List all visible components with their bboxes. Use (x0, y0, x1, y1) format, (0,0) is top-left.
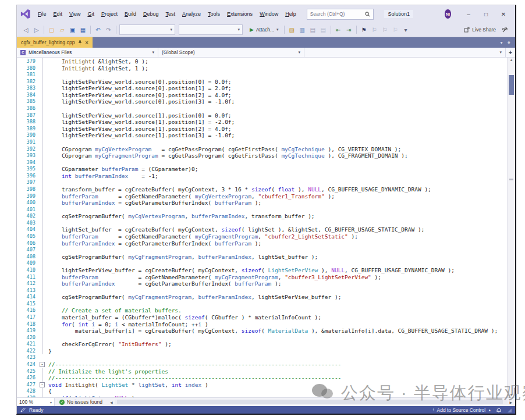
menu-item-help[interactable]: Help (282, 9, 300, 19)
code-line[interactable]: 429 if( lightSet == NULL ) (17, 395, 508, 397)
nav-forward-icon[interactable]: ▷ (32, 26, 41, 34)
code-line[interactable]: 391 (17, 139, 508, 146)
horizontal-scrollbar-track[interactable] (115, 400, 508, 404)
code-line[interactable]: 407 (17, 247, 508, 254)
code-line[interactable]: 420 (17, 334, 508, 341)
line-number[interactable]: 405 (17, 233, 38, 240)
fold-collapse-box[interactable]: - (38, 361, 48, 368)
menu-item-window[interactable]: Window (256, 9, 282, 19)
code-line[interactable]: 408 cgSetProgramBuffer( myCgFragmentProg… (17, 254, 508, 261)
tab-close-icon[interactable]: ✕ (85, 40, 89, 45)
code-line[interactable]: 390 lightSetPerView_world.source[1].posi… (17, 132, 508, 139)
line-number[interactable]: 426 (17, 375, 38, 382)
line-number[interactable]: 416 (17, 307, 38, 314)
menu-item-file[interactable]: File (34, 9, 50, 19)
code-text[interactable]: void InitLight( LightSet * lightSet, int… (48, 382, 208, 389)
close-icon[interactable]: ✕ (495, 8, 512, 20)
line-number[interactable]: 392 (17, 146, 38, 153)
solution-name[interactable]: Solution1 (384, 10, 413, 18)
code-line[interactable]: 409 (17, 260, 508, 267)
code-line[interactable]: 395 CGparameter bufferParam = (CGparamet… (17, 166, 508, 173)
line-number[interactable]: 380 (17, 65, 38, 72)
menu-item-test[interactable]: Test (162, 9, 179, 19)
code-text[interactable]: lightSet_buffer = cgCreateBuffer( myCgCo… (48, 226, 424, 233)
code-text[interactable] (48, 260, 62, 267)
code-text[interactable] (48, 220, 62, 227)
indent-increase-icon[interactable]: ⇥ (345, 26, 353, 34)
code-text[interactable] (48, 287, 62, 294)
line-number[interactable]: 408 (17, 254, 38, 261)
line-number[interactable]: 397 (17, 179, 38, 186)
code-text[interactable]: cgSetProgramBuffer( myCgVertexProgram, b… (48, 213, 315, 220)
line-number[interactable]: 391 (17, 139, 38, 146)
line-number[interactable]: 379 (17, 58, 38, 65)
code-text[interactable]: bufferParam = cgGetNamedParameter( myCgV… (48, 193, 335, 200)
code-text[interactable] (48, 72, 62, 79)
line-number[interactable]: 398 (17, 186, 38, 193)
code-line[interactable]: 423 (17, 354, 508, 361)
code-line[interactable]: 393 CGprogram myCgFragmentProgram = cgGe… (17, 152, 508, 159)
bookmark-icon[interactable]: ⚑ (360, 26, 368, 34)
code-text[interactable]: transform_buffer = cgCreateBuffer( myCgC… (48, 186, 431, 193)
line-number[interactable]: 420 (17, 334, 38, 341)
active-files-dropdown-icon[interactable]: ▾ (501, 40, 503, 45)
code-line[interactable]: 412 bufferParamIndex = cgGetParameterBuf… (17, 280, 508, 287)
line-number[interactable]: 411 (17, 274, 38, 281)
code-text[interactable]: lightSetPerView_world.source[0].position… (48, 98, 235, 105)
search-box[interactable]: Search (Ctrl+Q) (307, 9, 374, 20)
horizontal-scrollbar[interactable]: ◀ ▶ (107, 398, 515, 406)
code-line[interactable]: 417 material_buffer = (CGbuffer*)malloc(… (17, 314, 508, 321)
code-text[interactable] (48, 139, 62, 146)
code-text[interactable]: bufferParamIndex = cgGetParameterBufferI… (48, 200, 261, 207)
line-number[interactable]: 399 (17, 193, 38, 200)
zoom-dropdown[interactable]: 100 % ▾ (17, 398, 55, 406)
save-all-icon[interactable]: ▦ (79, 26, 87, 34)
code-text[interactable]: } (48, 348, 52, 355)
next-bookmark-icon[interactable]: ⚐ (381, 26, 389, 34)
tab-cgfx-buffer-lighting[interactable]: cgfx_buffer_lighting.cpp ✕ (17, 37, 93, 48)
code-text[interactable] (48, 105, 62, 112)
find-in-files-icon[interactable]: ▨ (288, 26, 296, 34)
maximize-icon[interactable]: □ (478, 8, 494, 20)
code-text[interactable]: { (48, 388, 52, 395)
line-number[interactable]: 421 (17, 341, 38, 348)
horizontal-scrollbar-thumb[interactable] (117, 400, 503, 404)
line-number[interactable]: 386 (17, 105, 38, 112)
health-indicator[interactable]: ✓ No issues found (55, 399, 107, 405)
code-line[interactable]: 421 checkForCgError( "InitBuffers" ); (17, 341, 508, 348)
line-number[interactable]: 419 (17, 328, 38, 334)
code-line[interactable]: 427-void InitLight( LightSet * lightSet,… (17, 382, 508, 389)
line-number[interactable]: 384 (17, 92, 38, 99)
avatar[interactable]: NI (445, 9, 451, 19)
line-number[interactable]: 415 (17, 301, 38, 308)
code-line[interactable]: 401 (17, 207, 508, 213)
line-number[interactable]: 402 (17, 213, 38, 220)
line-number[interactable]: 414 (17, 294, 38, 301)
line-number[interactable]: 385 (17, 98, 38, 105)
line-number[interactable]: 400 (17, 200, 38, 207)
code-line[interactable]: 402 cgSetProgramBuffer( myCgVertexProgra… (17, 213, 508, 220)
code-line[interactable]: 418 for( int i = 0; i < materialInfoCoun… (17, 321, 508, 328)
code-line[interactable]: 379 InitLight( &lightSet, 0 ); (17, 58, 508, 65)
line-number[interactable]: 401 (17, 207, 38, 213)
code-text[interactable]: material_buffer = (CGbuffer*)malloc( siz… (48, 314, 321, 321)
code-line[interactable]: 397 (17, 179, 508, 186)
code-line[interactable]: 415 (17, 301, 508, 308)
line-number[interactable]: 410 (17, 267, 38, 274)
code-text[interactable]: lightSetPerView_world.source[1].position… (48, 132, 235, 139)
line-number[interactable]: 393 (17, 152, 38, 159)
uncomment-icon[interactable]: ▤ (319, 26, 328, 34)
code-line[interactable]: 411 bufferParam = cgGetNamedParameter( m… (17, 274, 508, 281)
code-line[interactable]: 398 transform_buffer = cgCreateBuffer( m… (17, 186, 508, 193)
code-text[interactable]: bufferParam = cgGetNamedParameter( myCgF… (48, 233, 358, 240)
line-number[interactable]: 429 (17, 395, 38, 397)
code-line[interactable]: 388 lightSetPerView_world.source[1].posi… (17, 119, 508, 126)
code-text[interactable]: lightSetPerView_world.source[0].position… (48, 79, 232, 86)
feedback-icon[interactable] (502, 27, 508, 33)
line-number[interactable]: 409 (17, 260, 38, 267)
notifications-bell-icon[interactable] (496, 407, 502, 413)
code-text[interactable] (48, 179, 62, 186)
code-text[interactable]: lightSetPerView_world.source[0].position… (48, 92, 232, 99)
code-text[interactable]: //--------------------------------------… (48, 375, 341, 382)
line-number[interactable]: 382 (17, 79, 38, 86)
